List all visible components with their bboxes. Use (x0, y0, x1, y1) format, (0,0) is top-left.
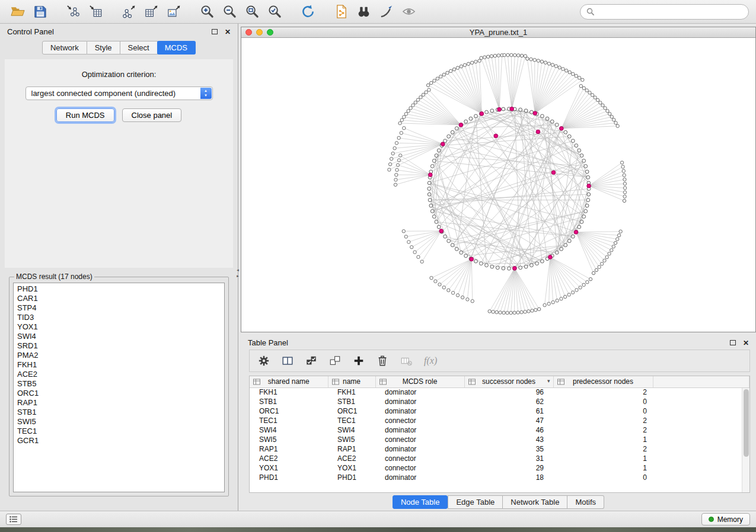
mcds-result-item[interactable]: FKH1 (14, 360, 224, 370)
export-table-button[interactable] (141, 3, 161, 21)
cell-successors[interactable]: 43 (464, 435, 553, 444)
cell-successors[interactable]: 35 (464, 444, 553, 454)
table-row[interactable]: SWI4SWI4dominator462 (250, 425, 749, 435)
refresh-view-button[interactable] (298, 3, 318, 21)
cell-predecessors[interactable]: 1 (553, 463, 653, 473)
cell-predecessors[interactable]: 0 (553, 397, 653, 406)
column-header-predecessor-nodes[interactable]: predecessor nodes (553, 376, 653, 387)
tab-node-table[interactable]: Node Table (393, 495, 448, 509)
cell-role[interactable]: connector (375, 416, 464, 425)
save-session-button[interactable] (30, 3, 50, 21)
cell-role[interactable]: dominator (375, 444, 464, 454)
cell-shared_name[interactable]: TEC1 (250, 416, 328, 425)
tab-style[interactable]: Style (87, 41, 120, 55)
annotate-button[interactable] (376, 3, 396, 21)
delete-row-button[interactable] (377, 355, 388, 367)
scrollbar-thumb[interactable] (744, 389, 749, 457)
export-image-button[interactable] (164, 3, 184, 21)
table-settings-button[interactable] (258, 355, 270, 367)
cell-shared_name[interactable]: SWI5 (250, 435, 328, 444)
table-row[interactable]: PHD1PHD1dominator180 (250, 473, 749, 482)
zoom-fit-button[interactable] (242, 3, 262, 21)
cell-role[interactable]: connector (375, 463, 464, 473)
cell-predecessors[interactable]: 2 (553, 425, 653, 435)
memory-button[interactable]: Memory (701, 513, 750, 525)
network-titlebar[interactable]: YPA_prune.txt_1 (241, 27, 755, 38)
cell-name[interactable]: RAP1 (328, 444, 375, 454)
column-header-mcds-role[interactable]: MCDS role (375, 376, 464, 387)
function-builder-button[interactable]: f(x) (424, 355, 437, 366)
cell-role[interactable]: dominator (375, 425, 464, 435)
search-box[interactable] (580, 4, 749, 20)
cell-name[interactable]: SWI5 (328, 435, 375, 444)
cell-shared_name[interactable]: ORC1 (250, 406, 328, 416)
table-row[interactable]: SWI5SWI5connector431 (250, 435, 749, 444)
cell-role[interactable]: dominator (375, 387, 464, 397)
cell-name[interactable]: PHD1 (328, 473, 375, 482)
import-table-button[interactable] (85, 3, 106, 21)
cell-shared_name[interactable]: PHD1 (250, 473, 328, 482)
cell-name[interactable]: SWI4 (328, 425, 375, 435)
cell-successors[interactable]: 29 (464, 463, 553, 473)
table-row[interactable]: TEC1TEC1connector472 (250, 416, 749, 425)
mcds-result-item[interactable]: PMA2 (14, 351, 224, 360)
table-row[interactable]: YOX1YOX1connector291 (250, 463, 749, 473)
export-network-button[interactable] (119, 3, 139, 21)
mcds-result-item[interactable]: YOX1 (14, 322, 224, 332)
select-all-button[interactable] (305, 355, 317, 367)
cell-predecessors[interactable]: 0 (553, 406, 653, 416)
mcds-result-list[interactable]: PHD1CAR1STP4TID3YOX1SWI4SRD1PMA2FKH1ACE2… (13, 283, 225, 492)
cell-shared_name[interactable]: RAP1 (250, 444, 328, 454)
zoom-out-button[interactable] (219, 3, 240, 21)
minimize-window-icon[interactable] (256, 29, 263, 36)
tab-mcds[interactable]: MCDS (157, 41, 196, 55)
cell-role[interactable]: dominator (375, 406, 464, 416)
cell-successors[interactable]: 47 (464, 416, 553, 425)
tab-motifs[interactable]: Motifs (567, 495, 604, 509)
mcds-result-item[interactable]: ORC1 (14, 389, 224, 398)
task-history-button[interactable] (6, 514, 21, 525)
table-row[interactable]: ORC1ORC1dominator610 (250, 406, 749, 416)
splitter-collapse-icon[interactable]: ◂ (237, 267, 239, 273)
mcds-result-item[interactable]: STB1 (14, 408, 224, 417)
run-mcds-button[interactable]: Run MCDS (56, 108, 114, 122)
cell-role[interactable]: connector (375, 435, 464, 444)
mcds-result-item[interactable]: PHD1 (14, 284, 224, 294)
mcds-result-item[interactable]: GCR1 (14, 436, 224, 446)
table-row[interactable]: FKH1FKH1dominator962 (250, 387, 749, 397)
column-header-name[interactable]: name (328, 376, 375, 387)
search-input[interactable] (598, 7, 742, 16)
cell-successors[interactable]: 46 (464, 425, 553, 435)
network-graph[interactable] (241, 38, 755, 332)
cell-predecessors[interactable]: 1 (553, 435, 653, 444)
mcds-result-item[interactable]: SWI5 (14, 417, 224, 427)
table-row[interactable]: ACE2ACE2connector311 (250, 454, 749, 463)
zoom-in-button[interactable] (197, 3, 217, 21)
cell-role[interactable]: dominator (375, 397, 464, 406)
import-network-button[interactable] (63, 3, 83, 21)
mcds-result-item[interactable]: TID3 (14, 313, 224, 322)
maximize-window-icon[interactable] (267, 29, 273, 36)
show-columns-button[interactable] (282, 355, 294, 367)
cell-name[interactable]: ACE2 (328, 454, 375, 463)
cell-predecessors[interactable]: 2 (553, 444, 653, 454)
mcds-result-item[interactable]: ACE2 (14, 370, 224, 379)
add-row-button[interactable] (353, 355, 365, 367)
mcds-result-item[interactable]: RAP1 (14, 398, 224, 408)
column-header-shared-name[interactable]: shared name (250, 376, 328, 387)
close-panel-button[interactable]: Close panel (122, 108, 182, 122)
cell-shared_name[interactable]: SWI4 (250, 425, 328, 435)
tab-network-table[interactable]: Network Table (503, 495, 567, 509)
mcds-result-item[interactable]: SRD1 (14, 341, 224, 351)
float-panel-icon[interactable] (212, 29, 218, 34)
optimization-criterion-select[interactable]: largest connected component (undirected)… (25, 86, 213, 100)
zoom-selected-button[interactable] (264, 3, 285, 21)
sort-chevron-icon[interactable]: ▾ (547, 378, 550, 384)
tab-edge-table[interactable]: Edge Table (448, 495, 503, 509)
column-header-successor-nodes[interactable]: successor nodes▾ (464, 376, 553, 387)
cell-successors[interactable]: 31 (464, 454, 553, 463)
cell-name[interactable]: STB1 (328, 397, 375, 406)
cell-successors[interactable]: 62 (464, 397, 553, 406)
cell-successors[interactable]: 96 (464, 387, 553, 397)
open-file-button[interactable] (7, 3, 27, 21)
